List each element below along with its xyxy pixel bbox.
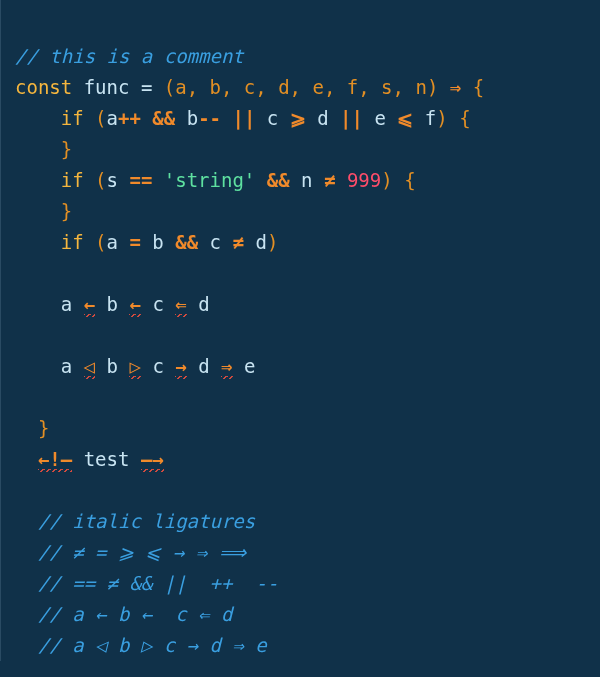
triangle-left-icon: ◁ <box>84 355 95 379</box>
le-op: ⩽ <box>397 107 413 129</box>
string-literal: 'string' <box>164 169 256 191</box>
lparen: ( <box>95 231 106 253</box>
neq-op: ≠ <box>324 169 335 191</box>
var-d: d <box>317 107 328 129</box>
comment-line: // italic ligatures <box>38 510 255 532</box>
var-b: b <box>187 107 198 129</box>
comment-ligatures: // ≠ = ⩾ ⩽ → ⇒ ⟹ <box>38 541 246 563</box>
blank-line <box>15 479 26 501</box>
eq-op: = <box>129 231 140 253</box>
and-op: && <box>152 107 175 129</box>
dec-op: -- <box>198 107 221 129</box>
assign-op: = <box>141 76 152 98</box>
open-brace: { <box>459 107 470 129</box>
left-arrow-icon: ← <box>84 293 95 317</box>
rparen: ) <box>381 169 392 191</box>
open-brace: { <box>404 169 415 191</box>
blank-line <box>15 324 26 346</box>
keyword-if: if <box>61 231 84 253</box>
left-double-arrow-icon: ⇐ <box>175 293 186 317</box>
code-editor-content[interactable]: // this is a comment const func = (a, b,… <box>0 0 600 661</box>
close-brace: } <box>61 200 72 222</box>
identifier-func: func <box>84 76 130 98</box>
var-b: b <box>107 355 118 377</box>
eqeq-op: == <box>129 169 152 191</box>
keyword-const: const <box>15 76 72 98</box>
var-f: f <box>425 107 436 129</box>
keyword-if: if <box>61 169 84 191</box>
text-test: test <box>84 448 130 470</box>
var-e: e <box>374 107 385 129</box>
close-brace: } <box>61 138 72 160</box>
triangle-right-icon: ▷ <box>129 355 140 379</box>
var-c: c <box>152 293 163 315</box>
number-literal: 999 <box>347 169 381 191</box>
var-a: a <box>107 107 118 129</box>
var-a: a <box>107 231 118 253</box>
right-arrow-icon: → <box>175 355 186 379</box>
right-double-arrow-icon: ⇒ <box>221 355 232 379</box>
rparen: ) <box>267 231 278 253</box>
var-d: d <box>255 231 266 253</box>
or-op: || <box>340 107 363 129</box>
arg-list: (a, b, c, d, e, f, s, n) <box>164 76 439 98</box>
html-comment-open-icon: ←!— <box>38 448 72 472</box>
var-c: c <box>267 107 278 129</box>
left-arrow-icon: ← <box>129 293 140 317</box>
comment-ligatures: // == ≠ && || ++ -- <box>38 572 278 594</box>
var-e: e <box>244 355 255 377</box>
var-s: s <box>107 169 118 191</box>
var-c: c <box>210 231 221 253</box>
var-d: d <box>198 355 209 377</box>
var-n: n <box>301 169 312 191</box>
var-d: d <box>198 293 209 315</box>
neq-op: ≠ <box>233 231 244 253</box>
rparen: ) <box>436 107 447 129</box>
or-op: || <box>232 107 255 129</box>
html-comment-close-icon: —→ <box>141 448 164 472</box>
keyword-if: if <box>61 107 84 129</box>
lparen: ( <box>95 107 106 129</box>
var-a: a <box>61 293 72 315</box>
close-brace: } <box>38 417 49 439</box>
blank-line <box>15 262 26 284</box>
comment-line: // this is a comment <box>15 45 244 67</box>
inc-op: ++ <box>118 107 141 129</box>
fat-arrow-icon: ⇒ <box>450 76 461 98</box>
open-brace: { <box>473 76 484 98</box>
var-c: c <box>152 355 163 377</box>
var-a: a <box>61 355 72 377</box>
lparen: ( <box>95 169 106 191</box>
comment-ligatures: // a ← b ← c ⇐ d <box>38 603 232 625</box>
and-op: && <box>267 169 290 191</box>
var-b: b <box>107 293 118 315</box>
blank-line <box>15 386 26 408</box>
and-op: && <box>175 231 198 253</box>
ge-op: ⩾ <box>290 107 306 129</box>
var-b: b <box>152 231 163 253</box>
comment-ligatures: // a ◁ b ▷ c → d ⇒ e <box>38 634 267 656</box>
